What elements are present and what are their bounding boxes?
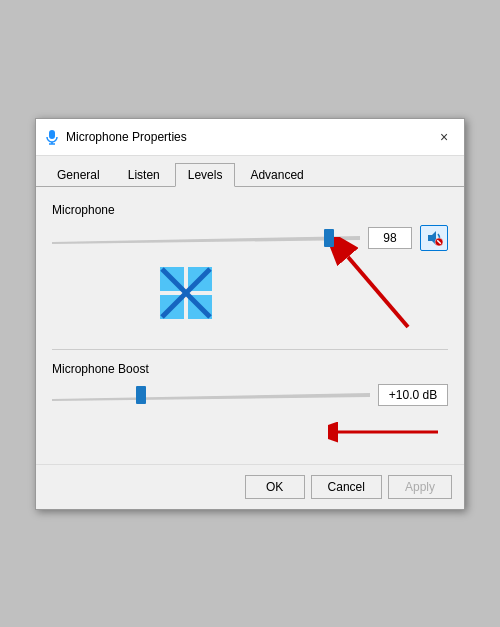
tab-advanced[interactable]: Advanced <box>237 163 316 187</box>
windows-logo-annotation <box>160 267 212 322</box>
tabs-bar: General Listen Levels Advanced <box>36 156 464 187</box>
close-button[interactable]: × <box>432 125 456 149</box>
svg-rect-0 <box>49 130 55 139</box>
svg-line-16 <box>348 257 408 327</box>
svg-marker-5 <box>52 236 360 244</box>
main-content: Microphone <box>36 187 464 464</box>
microphone-label: Microphone <box>52 203 448 217</box>
red-arrow-annotation <box>318 237 418 337</box>
windows-logo-x <box>160 267 212 319</box>
tab-levels[interactable]: Levels <box>175 163 236 187</box>
tab-general[interactable]: General <box>44 163 113 187</box>
boost-section: Microphone Boost +10.0 dB <box>52 362 448 406</box>
boost-value-display: +10.0 dB <box>378 384 448 406</box>
titlebar: Microphone Properties × <box>36 119 464 156</box>
cancel-button[interactable]: Cancel <box>311 475 382 499</box>
titlebar-left: Microphone Properties <box>44 129 187 145</box>
speaker-mute-icon <box>425 229 443 247</box>
apply-button[interactable]: Apply <box>388 475 452 499</box>
boost-label: Microphone Boost <box>52 362 448 376</box>
slider-track-svg <box>52 232 360 244</box>
ok-button[interactable]: OK <box>245 475 305 499</box>
mute-button[interactable] <box>420 225 448 251</box>
red-arrow-boost <box>328 412 448 452</box>
annotation-area <box>52 267 448 337</box>
boost-arrow-area <box>52 412 448 452</box>
boost-control-row: +10.0 dB <box>52 384 448 406</box>
microphone-titlebar-icon <box>44 129 60 145</box>
boost-slider-container[interactable] <box>52 386 370 404</box>
microphone-slider-thumb[interactable] <box>324 229 334 247</box>
tab-listen[interactable]: Listen <box>115 163 173 187</box>
section-divider <box>52 349 448 350</box>
microphone-properties-dialog: Microphone Properties × General Listen L… <box>35 118 465 510</box>
boost-slider-track-svg <box>52 389 370 401</box>
boost-slider-thumb[interactable] <box>136 386 146 404</box>
window-title: Microphone Properties <box>66 130 187 144</box>
microphone-slider-container[interactable] <box>52 229 360 247</box>
svg-marker-17 <box>52 393 370 401</box>
svg-marker-6 <box>428 231 436 245</box>
footer-buttons: OK Cancel Apply <box>36 464 464 509</box>
